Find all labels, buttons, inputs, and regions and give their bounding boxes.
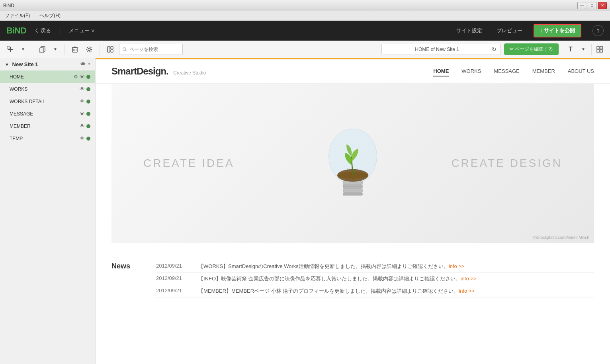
page-gear-icon[interactable]: ⚙ bbox=[74, 74, 78, 80]
news-date: 2012/09/21 bbox=[156, 288, 192, 295]
sidebar-item-temp[interactable]: TEMP 👁 bbox=[0, 132, 95, 145]
preview-content: SmartDesign. Creative Studio HOME WORKS … bbox=[96, 59, 610, 364]
page-search[interactable] bbox=[119, 44, 183, 55]
sidebar-item-member[interactable]: MEMBER 👁 bbox=[0, 120, 95, 132]
svg-rect-25 bbox=[597, 47, 599, 49]
preview-area: SmartDesign. Creative Studio HOME WORKS … bbox=[96, 58, 610, 364]
sidebar-page-name: MEMBER bbox=[10, 123, 80, 129]
sidebar-page-icons: 👁 bbox=[80, 86, 90, 92]
toolbar-right-group: T ▼ bbox=[565, 44, 605, 55]
url-text: HOME of New Site 1 bbox=[386, 47, 489, 52]
preview-button[interactable]: プレビュー bbox=[493, 25, 526, 36]
site-eye-icon[interactable]: 👁 bbox=[80, 61, 86, 67]
news-date: 2012/09/21 bbox=[156, 275, 192, 282]
site-status-dot: ● bbox=[88, 61, 90, 67]
svg-point-14 bbox=[86, 49, 87, 49]
site-header[interactable]: ▼ New Site 1 👁 ● bbox=[0, 58, 95, 70]
minimize-button[interactable]: — bbox=[577, 2, 586, 9]
refresh-button[interactable]: ↻ bbox=[492, 46, 497, 53]
nav-about-us[interactable]: ABOUT US bbox=[568, 67, 594, 76]
svg-rect-7 bbox=[74, 47, 76, 47]
nav-message[interactable]: MESSAGE bbox=[494, 67, 519, 76]
news-link[interactable]: info >> bbox=[449, 263, 465, 269]
news-text: 【INFO】映像芸術祭 企業広告の部に映像作品を応募し入賞いたしました。掲載内容… bbox=[198, 275, 594, 282]
add-button[interactable] bbox=[5, 44, 16, 55]
sidebar-page-name: HOME bbox=[10, 74, 74, 80]
edit-page-button[interactable]: ✏ ページを編集する bbox=[504, 43, 559, 55]
header-divider: | bbox=[59, 27, 61, 34]
menu-bar: ファイル(F) ヘルプ(H) bbox=[0, 11, 610, 21]
copy-tool-group: ▼ bbox=[37, 44, 65, 55]
svg-point-23 bbox=[123, 47, 126, 50]
sidebar-item-home[interactable]: HOME ⚙ 👁 bbox=[0, 70, 95, 83]
hero-credit: ©iStockphoto.com/Marek Mnich bbox=[533, 235, 589, 240]
news-link[interactable]: info >> bbox=[461, 276, 477, 282]
site-settings-button[interactable]: サイト設定 bbox=[453, 25, 485, 36]
page-status-dot bbox=[86, 87, 90, 91]
site-logo: SmartDesign. bbox=[111, 66, 168, 76]
sidebar-item-message[interactable]: MESSAGE 👁 bbox=[0, 108, 95, 120]
sidebar-item-works-detail[interactable]: WORKS DETAIL 👁 bbox=[0, 95, 95, 108]
news-items: 2012/09/21 【WORKS】SmartDesignのCreative W… bbox=[156, 260, 594, 297]
text-button[interactable]: T bbox=[565, 44, 576, 55]
news-link[interactable]: info >> bbox=[459, 288, 475, 294]
page-status-dot bbox=[86, 100, 90, 104]
page-eye-icon[interactable]: 👁 bbox=[80, 86, 85, 92]
news-label: News bbox=[111, 260, 143, 297]
nav-member[interactable]: MEMBER bbox=[532, 67, 555, 76]
svg-point-17 bbox=[90, 51, 91, 51]
back-button[interactable]: く 戻る bbox=[34, 27, 51, 34]
file-menu[interactable]: ファイル(F) bbox=[3, 12, 31, 20]
toolbar: ▼ ▼ bbox=[0, 41, 610, 58]
nav-home[interactable]: HOME bbox=[433, 67, 449, 76]
search-icon bbox=[123, 47, 127, 52]
hero-bulb-image bbox=[317, 112, 389, 215]
text-dropdown-arrow[interactable]: ▼ bbox=[578, 44, 589, 55]
help-menu[interactable]: ヘルプ(H) bbox=[38, 12, 62, 20]
copy-button[interactable] bbox=[37, 44, 48, 55]
sidebar-page-name: MESSAGE bbox=[10, 111, 80, 117]
close-button[interactable]: ✕ bbox=[598, 2, 607, 9]
maximize-button[interactable]: □ bbox=[588, 2, 596, 9]
search-input[interactable] bbox=[129, 47, 179, 52]
menu-dropdown[interactable]: メニュー ∨ bbox=[69, 27, 96, 34]
sidebar-page-name: WORKS bbox=[10, 86, 80, 92]
news-text: 【WORKS】SmartDesignのCreative Works活動情報を更新… bbox=[198, 263, 594, 270]
page-eye-icon[interactable]: 👁 bbox=[80, 111, 85, 117]
page-eye-icon[interactable]: 👁 bbox=[80, 135, 85, 141]
svg-point-11 bbox=[88, 48, 90, 51]
copy-dropdown-arrow[interactable]: ▼ bbox=[50, 44, 61, 55]
svg-rect-22 bbox=[111, 50, 113, 52]
hero-section: CREATE IDEA bbox=[111, 84, 594, 243]
site-name: ▼ New Site 1 bbox=[5, 61, 38, 67]
sidebar-page-name: WORKS DETAIL bbox=[10, 99, 80, 104]
add-dropdown-arrow[interactable]: ▼ bbox=[18, 44, 29, 55]
svg-rect-20 bbox=[108, 47, 110, 52]
page-eye-icon[interactable]: 👁 bbox=[80, 74, 85, 80]
page-status-dot bbox=[86, 124, 90, 128]
svg-point-15 bbox=[91, 49, 92, 49]
publish-button[interactable]: ↑ サイトを公開 bbox=[534, 24, 581, 37]
settings-button[interactable] bbox=[84, 44, 95, 55]
news-item: 2012/09/21 【WORKS】SmartDesignのCreative W… bbox=[156, 260, 594, 273]
page-eye-icon[interactable]: 👁 bbox=[80, 98, 85, 104]
hero-text-right: CREATE DESIGN bbox=[451, 157, 562, 170]
news-item: 2012/09/21 【MEMBER】MEMBERページ 小林 陽子のプロフィー… bbox=[156, 285, 594, 297]
page-eye-icon[interactable]: 👁 bbox=[80, 123, 85, 129]
window-titlebar: BiND — □ ✕ bbox=[0, 0, 610, 11]
layout-button[interactable] bbox=[105, 44, 116, 55]
delete-button[interactable] bbox=[69, 44, 80, 55]
sidebar: ▼ New Site 1 👁 ● HOME ⚙ 👁 WORKS 👁 bbox=[0, 58, 96, 364]
site-navigation: SmartDesign. Creative Studio HOME WORKS … bbox=[96, 59, 610, 84]
svg-rect-31 bbox=[343, 185, 363, 189]
news-section: News 2012/09/21 【WORKS】SmartDesignのCreat… bbox=[96, 251, 610, 313]
add-tool-group: ▼ bbox=[5, 44, 32, 55]
nav-works[interactable]: WORKS bbox=[461, 67, 481, 76]
svg-point-16 bbox=[87, 47, 88, 48]
svg-rect-32 bbox=[343, 189, 363, 192]
sidebar-item-works[interactable]: WORKS 👁 bbox=[0, 83, 95, 95]
help-button[interactable]: ? bbox=[592, 25, 604, 36]
grid-view-button[interactable] bbox=[594, 44, 605, 55]
page-status-dot bbox=[86, 112, 90, 116]
page-status-dot bbox=[86, 137, 90, 141]
